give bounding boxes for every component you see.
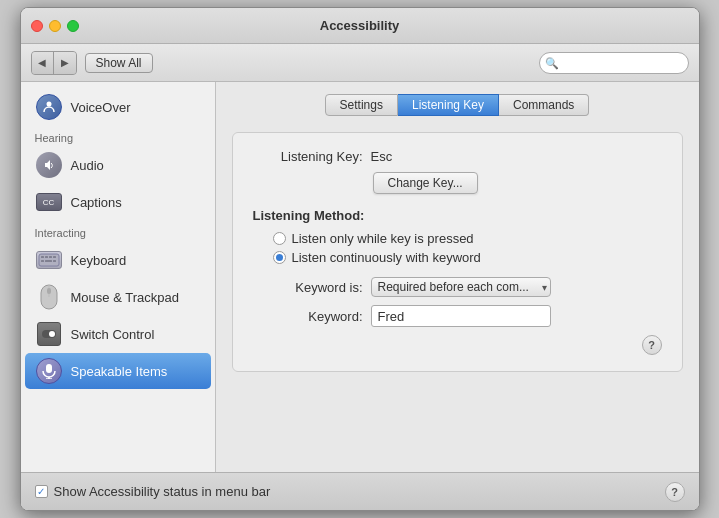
toolbar: ◀ ▶ Show All 🔍 [21,44,699,82]
keyword-is-select-wrap: Required before each com... Optional bef… [371,277,551,297]
status-checkbox[interactable]: ✓ [35,485,48,498]
listening-key-label: Listening Key: [253,149,363,164]
captions-icon: CC [35,188,63,216]
svg-rect-6 [41,260,44,262]
sidebar-item-switch-control[interactable]: Switch Control [25,316,211,352]
checkbox-row: ✓ Show Accessibility status in menu bar [35,484,271,499]
radio-option2-row[interactable]: Listen continuously with keyword [253,248,662,267]
captions-label: Captions [71,195,122,210]
tab-settings[interactable]: Settings [325,94,398,116]
maximize-button[interactable] [67,20,79,32]
minimize-button[interactable] [49,20,61,32]
keyword-row: Keyword: [253,305,662,327]
radio-option1-row[interactable]: Listen only while key is pressed [253,229,662,248]
speakable-items-label: Speakable Items [71,364,168,379]
svg-rect-4 [49,256,52,258]
tab-listening-key[interactable]: Listening Key [398,94,499,116]
listening-method-label: Listening Method: [253,208,662,223]
keyword-is-row: Keyword is: Required before each com... … [253,277,662,297]
traffic-lights [31,20,79,32]
voiceover-icon [35,93,63,121]
keyword-input[interactable] [371,305,551,327]
change-key-button[interactable]: Change Key... [373,172,478,194]
forward-button[interactable]: ▶ [54,52,76,74]
keyboard-icon [35,246,63,274]
voiceover-label: VoiceOver [71,100,131,115]
radio-option1-label: Listen only while key is pressed [292,231,474,246]
search-box: 🔍 [539,52,689,74]
tab-commands[interactable]: Commands [499,94,589,116]
listening-key-value: Esc [371,149,393,164]
interacting-section-label: Interacting [21,221,215,241]
svg-rect-14 [46,364,52,373]
audio-label: Audio [71,158,104,173]
sidebar-item-keyboard[interactable]: Keyboard [25,242,211,278]
back-button[interactable]: ◀ [32,52,54,74]
help-row: ? [253,335,662,355]
svg-rect-7 [45,260,52,262]
svg-rect-8 [53,260,56,262]
radio-option1-button[interactable] [273,232,286,245]
hearing-section-label: Hearing [21,126,215,146]
speakable-items-icon [35,357,63,385]
help-button[interactable]: ? [642,335,662,355]
show-all-button[interactable]: Show All [85,53,153,73]
mouse-trackpad-label: Mouse & Trackpad [71,290,179,305]
search-icon: 🔍 [545,56,559,69]
svg-rect-2 [41,256,44,258]
switch-control-icon [35,320,63,348]
main-panel: Settings Listening Key Commands Listenin… [216,82,699,472]
sidebar-item-audio[interactable]: Audio [25,147,211,183]
tab-bar: Settings Listening Key Commands [232,94,683,116]
listening-method: Listening Method: Listen only while key … [253,208,662,267]
window-title: Accessibility [320,18,400,33]
svg-rect-5 [53,256,56,258]
svg-point-0 [46,102,51,107]
close-button[interactable] [31,20,43,32]
sidebar-item-voiceover[interactable]: VoiceOver [25,89,211,125]
keyboard-label: Keyboard [71,253,127,268]
radio-option2-button[interactable] [273,251,286,264]
listening-key-row: Listening Key: Esc [253,149,662,164]
keyword-label: Keyword: [253,309,363,324]
content-area: VoiceOver Hearing Audio [21,82,699,472]
svg-rect-11 [47,288,51,294]
svg-point-13 [49,331,55,337]
keyword-is-label: Keyword is: [253,280,363,295]
svg-rect-3 [45,256,48,258]
radio-option2-label: Listen continuously with keyword [292,250,481,265]
footer: ✓ Show Accessibility status in menu bar … [21,472,699,510]
sidebar: VoiceOver Hearing Audio [21,82,216,472]
checkbox-label: Show Accessibility status in menu bar [54,484,271,499]
audio-icon [35,151,63,179]
nav-buttons: ◀ ▶ [31,51,77,75]
mouse-icon [35,283,63,311]
panel-content: Listening Key: Esc Change Key... Listeni… [232,132,683,372]
titlebar: Accessibility [21,8,699,44]
switch-control-label: Switch Control [71,327,155,342]
keyword-is-select[interactable]: Required before each com... Optional bef… [371,277,551,297]
sidebar-item-speakable-items[interactable]: Speakable Items [25,353,211,389]
search-input[interactable] [539,52,689,74]
accessibility-window: Accessibility ◀ ▶ Show All 🔍 [20,7,700,511]
sidebar-item-mouse-trackpad[interactable]: Mouse & Trackpad [25,279,211,315]
sidebar-item-captions[interactable]: CC Captions [25,184,211,220]
footer-help-button[interactable]: ? [665,482,685,502]
